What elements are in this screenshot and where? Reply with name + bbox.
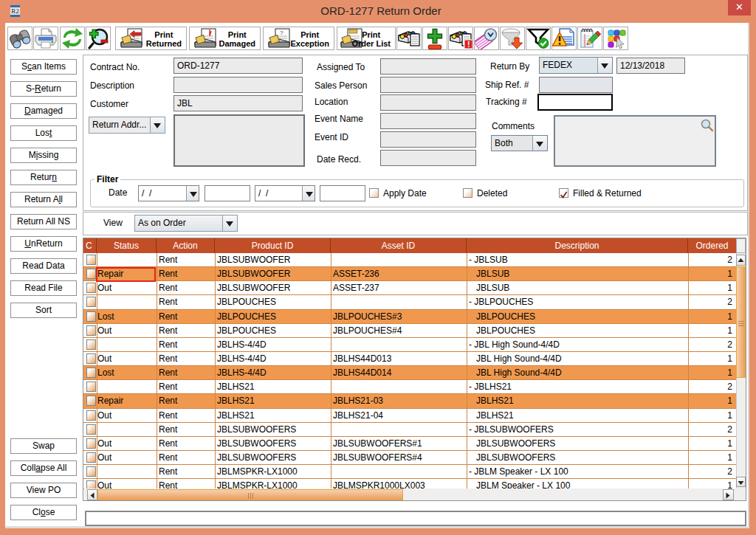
svg-text:!: !: [467, 40, 470, 49]
svg-text:?: ?: [280, 30, 284, 36]
